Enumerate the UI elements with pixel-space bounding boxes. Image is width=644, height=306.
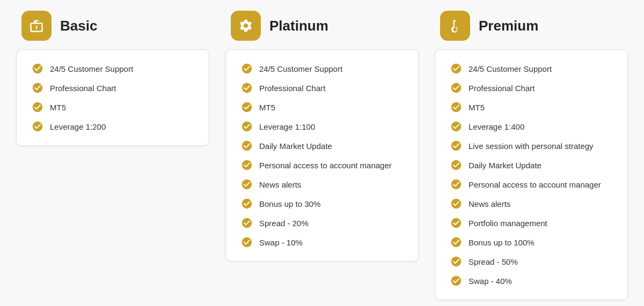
check-icon (241, 140, 253, 152)
feature-text: Swap - 40% (469, 277, 512, 286)
feature-list-basic: 24/5 Customer Support Professional Chart… (32, 63, 194, 132)
feature-text: News alerts (259, 180, 301, 189)
check-icon (241, 178, 253, 190)
check-icon (32, 82, 43, 94)
plan-column-platinum: Platinum 24/5 Customer Support Professio… (225, 11, 419, 262)
feature-item: News alerts (450, 198, 612, 210)
plan-column-basic: Basic 24/5 Customer Support Professional… (16, 11, 209, 146)
feature-list-platinum: 24/5 Customer Support Professional Chart… (241, 63, 403, 248)
plan-title-platinum: Platinum (269, 18, 328, 34)
feature-text: Personal access to account manager (259, 161, 392, 170)
plan-column-premium: Premium 24/5 Customer Support Profession… (435, 11, 628, 300)
check-icon (241, 198, 253, 210)
plan-header-platinum: Platinum (225, 11, 328, 41)
check-icon (241, 121, 253, 132)
feature-item: Live session with personal strategy (450, 140, 612, 152)
feature-text: Personal access to account manager (469, 180, 601, 189)
check-icon (450, 198, 462, 210)
plan-card-premium: 24/5 Customer Support Professional Chart… (435, 49, 628, 300)
feature-text: Live session with personal strategy (469, 141, 594, 151)
feature-text: Leverage 1:400 (469, 122, 524, 131)
feature-item: News alerts (241, 178, 403, 190)
check-icon (32, 101, 43, 113)
check-icon (450, 178, 462, 190)
feature-item: Professional Chart (32, 82, 194, 94)
feature-item: Bonus up to 100% (450, 236, 612, 248)
check-icon (32, 63, 43, 74)
feature-text: Professional Chart (50, 84, 116, 93)
feature-item: Leverage 1:200 (32, 121, 194, 132)
feature-text: Professional Chart (469, 84, 535, 93)
feature-text: MT5 (259, 103, 275, 112)
plan-title-premium: Premium (479, 18, 538, 34)
feature-item: Portfolio management (450, 217, 612, 229)
feature-item: Personal access to account manager (450, 178, 612, 190)
check-icon (450, 140, 462, 152)
feature-text: 24/5 Customer Support (50, 64, 133, 73)
check-icon (450, 82, 462, 94)
plan-header-premium: Premium (435, 11, 538, 41)
feature-list-premium: 24/5 Customer Support Professional Chart… (450, 63, 612, 287)
plan-card-platinum: 24/5 Customer Support Professional Chart… (225, 49, 419, 262)
check-icon (450, 236, 462, 248)
feature-item: 24/5 Customer Support (32, 63, 194, 74)
feature-text: News alerts (469, 199, 510, 208)
feature-item: MT5 (450, 101, 612, 113)
feature-text: Bonus up to 30% (259, 199, 320, 208)
feature-text: Professional Chart (259, 84, 325, 93)
plans-container: Basic 24/5 Customer Support Professional… (16, 11, 628, 300)
feature-item: 24/5 Customer Support (241, 63, 403, 74)
check-icon (450, 63, 462, 74)
feature-item: MT5 (241, 101, 403, 113)
check-icon (32, 121, 43, 132)
feature-item: Leverage 1:400 (450, 121, 612, 132)
check-icon (241, 236, 253, 248)
check-icon (241, 101, 253, 113)
feature-item: Personal access to account manager (241, 159, 403, 171)
feature-text: 24/5 Customer Support (469, 64, 552, 73)
feature-text: 24/5 Customer Support (259, 64, 342, 73)
check-icon (450, 101, 462, 113)
feature-text: MT5 (469, 103, 485, 112)
feature-text: Swap - 10% (259, 238, 303, 247)
check-icon (241, 159, 253, 171)
plan-icon-basic (21, 11, 52, 41)
plan-icon-premium (440, 11, 470, 41)
feature-item: Professional Chart (450, 82, 612, 94)
feature-text: Portfolio management (469, 219, 547, 228)
feature-text: Spread - 50% (469, 257, 518, 266)
feature-item: Leverage 1:100 (241, 121, 403, 132)
plan-title-basic: Basic (60, 18, 97, 34)
plan-header-basic: Basic (16, 11, 97, 41)
feature-text: Spread - 20% (259, 219, 309, 228)
feature-item: Swap - 40% (450, 275, 612, 287)
feature-text: Leverage 1:100 (259, 122, 315, 131)
feature-item: Spread - 50% (450, 256, 612, 267)
plan-card-basic: 24/5 Customer Support Professional Chart… (16, 49, 209, 146)
feature-text: Bonus up to 100% (469, 238, 535, 247)
plan-icon-platinum (231, 11, 261, 41)
check-icon (241, 63, 253, 74)
feature-text: MT5 (50, 103, 66, 112)
check-icon (450, 121, 462, 132)
feature-text: Daily Market Update (469, 161, 541, 170)
check-icon (450, 256, 462, 267)
feature-item: Professional Chart (241, 82, 403, 94)
svg-rect-1 (36, 26, 37, 27)
feature-text: Leverage 1:200 (50, 122, 106, 131)
check-icon (450, 217, 462, 229)
check-icon (450, 159, 462, 171)
feature-item: Bonus up to 30% (241, 198, 403, 210)
feature-text: Daily Market Update (259, 141, 332, 151)
check-icon (450, 275, 462, 287)
feature-item: 24/5 Customer Support (450, 63, 612, 74)
check-icon (241, 217, 253, 229)
feature-item: MT5 (32, 101, 194, 113)
feature-item: Swap - 10% (241, 236, 403, 248)
feature-item: Daily Market Update (450, 159, 612, 171)
feature-item: Spread - 20% (241, 217, 403, 229)
feature-item: Daily Market Update (241, 140, 403, 152)
check-icon (241, 82, 253, 94)
